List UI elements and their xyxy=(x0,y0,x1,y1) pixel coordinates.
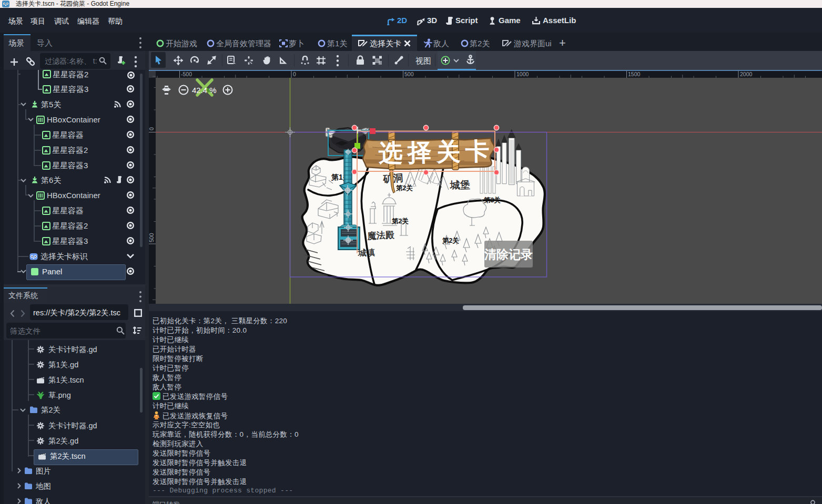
svg-text:魔法殿: 魔法殿 xyxy=(367,230,395,241)
svg-text:清除记录: 清除记录 xyxy=(484,248,533,261)
svg-text:42.4 %: 42.4 % xyxy=(192,86,217,95)
svg-text:0: 0 xyxy=(149,127,155,130)
svg-text:第3关: 第3关 xyxy=(483,196,501,204)
svg-text:第2关: 第2关 xyxy=(442,236,459,244)
svg-text:500: 500 xyxy=(149,233,155,242)
svg-text:第2关: 第2关 xyxy=(391,217,409,225)
svg-text:选择关卡: 选择关卡 xyxy=(378,137,494,167)
svg-text:城堡: 城堡 xyxy=(449,179,470,191)
svg-text:第2关: 第2关 xyxy=(395,184,413,192)
